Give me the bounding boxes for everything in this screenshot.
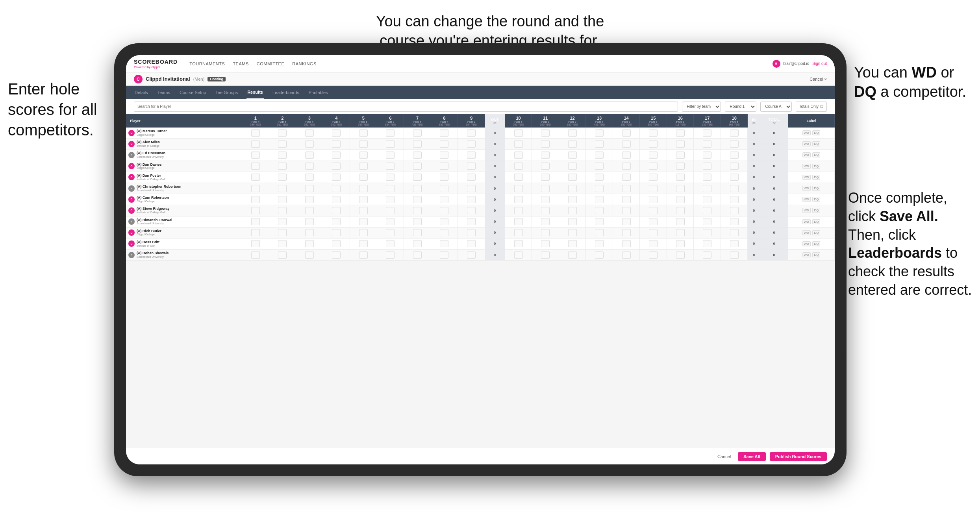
sign-out-link[interactable]: Sign out <box>812 61 827 66</box>
score-input-h4[interactable] <box>332 185 341 192</box>
hole-8-score[interactable] <box>431 183 458 194</box>
score-input-h13[interactable] <box>595 174 604 181</box>
hole-5-score[interactable] <box>350 161 377 172</box>
score-input-h9[interactable] <box>467 251 476 259</box>
score-input-h14[interactable] <box>622 251 631 259</box>
hole-17-score[interactable] <box>694 139 721 150</box>
hole-2-score[interactable] <box>269 194 296 205</box>
score-input-h12[interactable] <box>568 185 577 192</box>
score-input-h17[interactable] <box>703 207 711 214</box>
score-input-h8[interactable] <box>440 240 448 247</box>
hole-4-score[interactable] <box>323 250 350 261</box>
hole-18-score[interactable] <box>721 216 748 227</box>
hole-14-score[interactable] <box>613 172 640 183</box>
hole-3-score[interactable] <box>296 161 323 172</box>
hole-8-score[interactable] <box>431 172 458 183</box>
dq-button[interactable]: DQ <box>812 230 820 235</box>
score-input-h1[interactable] <box>251 174 260 181</box>
hole-18-score[interactable] <box>721 183 748 194</box>
score-input-h1[interactable] <box>251 207 260 214</box>
scores-table-wrapper[interactable]: Player 1 PAR 4 340 YDS 2 PAR 5 511 YDS <box>126 114 835 448</box>
score-input-h13[interactable] <box>595 163 604 170</box>
hole-7-score[interactable] <box>404 227 431 238</box>
hole-18-score[interactable] <box>721 161 748 172</box>
score-input-h15[interactable] <box>649 174 658 181</box>
hole-9-score[interactable] <box>458 238 485 249</box>
course-select[interactable]: Course A Course B <box>760 102 792 112</box>
hole-3-score[interactable] <box>296 183 323 194</box>
hole-1-score[interactable] <box>242 250 269 261</box>
score-input-h16[interactable] <box>676 229 685 236</box>
hole-6-score[interactable] <box>377 172 404 183</box>
hole-6-score[interactable] <box>377 161 404 172</box>
hole-12-score[interactable] <box>559 227 586 238</box>
score-input-h14[interactable] <box>622 240 631 247</box>
score-input-h3[interactable] <box>305 129 314 137</box>
score-input-h6[interactable] <box>386 196 395 203</box>
score-input-h2[interactable] <box>278 129 287 137</box>
hole-17-score[interactable] <box>694 172 721 183</box>
score-input-h9[interactable] <box>467 229 476 236</box>
score-input-h7[interactable] <box>413 129 422 137</box>
hole-8-score[interactable] <box>431 205 458 216</box>
hole-11-score[interactable] <box>532 227 559 238</box>
score-input-h10[interactable] <box>514 141 523 148</box>
hole-16-score[interactable] <box>667 194 694 205</box>
score-input-h18[interactable] <box>730 240 739 247</box>
hole-7-score[interactable] <box>404 161 431 172</box>
hole-3-score[interactable] <box>296 250 323 261</box>
hole-13-score[interactable] <box>586 227 613 238</box>
hole-10-score[interactable] <box>505 194 532 205</box>
hole-3-score[interactable] <box>296 172 323 183</box>
hole-14-score[interactable] <box>613 227 640 238</box>
score-input-h11[interactable] <box>541 251 550 259</box>
hole-13-score[interactable] <box>586 250 613 261</box>
publish-round-button[interactable]: Publish Round Scores <box>770 452 827 461</box>
hole-13-score[interactable] <box>586 172 613 183</box>
wd-button[interactable]: WD <box>802 164 811 169</box>
score-input-h7[interactable] <box>413 196 422 203</box>
score-input-h5[interactable] <box>359 129 368 137</box>
score-input-h15[interactable] <box>649 218 658 225</box>
nav-tournaments[interactable]: TOURNAMENTS <box>189 60 225 68</box>
hole-1-score[interactable] <box>242 227 269 238</box>
score-input-h10[interactable] <box>514 129 523 137</box>
hole-13-score[interactable] <box>586 128 613 139</box>
hole-12-score[interactable] <box>559 172 586 183</box>
hole-17-score[interactable] <box>694 238 721 249</box>
score-input-h12[interactable] <box>568 174 577 181</box>
hole-12-score[interactable] <box>559 250 586 261</box>
score-input-h5[interactable] <box>359 218 368 225</box>
score-input-h3[interactable] <box>305 174 314 181</box>
hole-2-score[interactable] <box>269 216 296 227</box>
score-input-h12[interactable] <box>568 229 577 236</box>
hole-18-score[interactable] <box>721 227 748 238</box>
hole-16-score[interactable] <box>667 216 694 227</box>
hole-16-score[interactable] <box>667 128 694 139</box>
score-input-h14[interactable] <box>622 207 631 214</box>
score-input-h18[interactable] <box>730 174 739 181</box>
hole-12-score[interactable] <box>559 183 586 194</box>
score-input-h10[interactable] <box>514 185 523 192</box>
hole-18-score[interactable] <box>721 205 748 216</box>
score-input-h1[interactable] <box>251 152 260 159</box>
hole-10-score[interactable] <box>505 150 532 161</box>
hole-15-score[interactable] <box>640 205 667 216</box>
score-input-h5[interactable] <box>359 174 368 181</box>
score-input-h12[interactable] <box>568 207 577 214</box>
hole-1-score[interactable] <box>242 139 269 150</box>
score-input-h7[interactable] <box>413 185 422 192</box>
score-input-h17[interactable] <box>703 185 711 192</box>
hole-12-score[interactable] <box>559 150 586 161</box>
hole-12-score[interactable] <box>559 139 586 150</box>
score-input-h5[interactable] <box>359 152 368 159</box>
round-select[interactable]: Round 1 Round 2 Round 3 Round 4 <box>725 102 756 112</box>
score-input-h4[interactable] <box>332 141 341 148</box>
hole-12-score[interactable] <box>559 216 586 227</box>
score-input-h14[interactable] <box>622 218 631 225</box>
hole-12-score[interactable] <box>559 161 586 172</box>
hole-8-score[interactable] <box>431 161 458 172</box>
score-input-h9[interactable] <box>467 141 476 148</box>
hole-4-score[interactable] <box>323 172 350 183</box>
score-input-h3[interactable] <box>305 229 314 236</box>
